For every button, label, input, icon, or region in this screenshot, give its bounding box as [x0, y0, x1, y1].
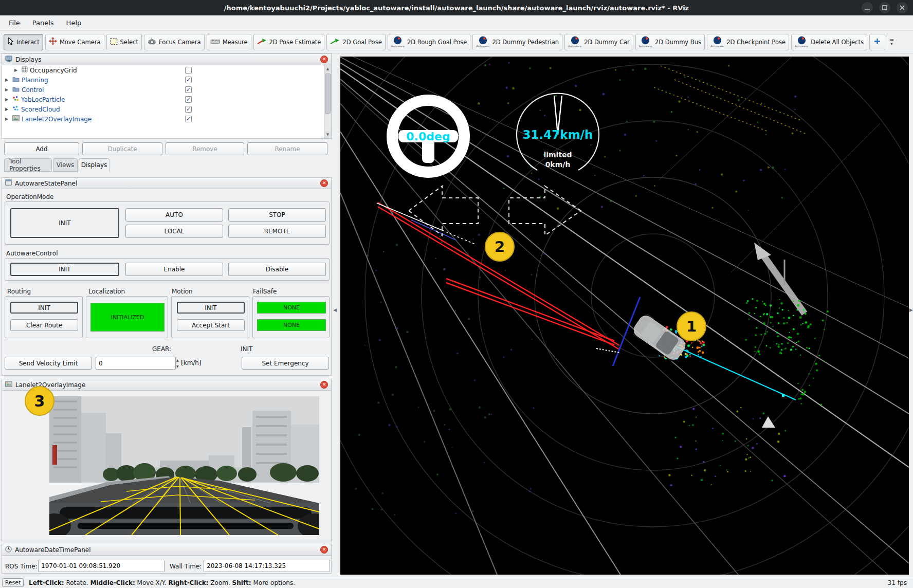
- menu-help[interactable]: Help: [61, 17, 87, 29]
- displays-close-icon[interactable]: ✕: [320, 56, 328, 63]
- spin-down-icon[interactable]: ▼: [176, 363, 179, 369]
- control-init-button[interactable]: INIT: [10, 263, 119, 276]
- panel-title: Lanelet2OverlayImage: [15, 381, 317, 389]
- expand-arrow-icon[interactable]: ▶: [5, 78, 10, 82]
- velocity-limit-input[interactable]: [96, 357, 176, 369]
- expand-arrow-icon[interactable]: ▶: [14, 68, 20, 72]
- spin-up-icon[interactable]: ▲: [176, 357, 179, 363]
- tool-label: 2D Rough Goal Pose: [407, 39, 467, 46]
- scrollbar-thumb[interactable]: [325, 74, 331, 114]
- toolbar-extender-button[interactable]: =▾: [887, 34, 896, 50]
- tool-focus-camera[interactable]: Focus Camera: [144, 34, 205, 50]
- focus-camera-icon: [148, 38, 156, 47]
- expand-arrow-icon[interactable]: ▶: [5, 87, 10, 92]
- tool-2d-rough-goal-pose[interactable]: Autoware 2D Rough Goal Pose: [388, 34, 471, 50]
- motion-init-button[interactable]: INIT: [177, 302, 245, 314]
- accept-start-button[interactable]: Accept Start: [177, 319, 245, 331]
- display-row-occupancygrid[interactable]: ▶ OccupancyGrid: [2, 65, 331, 75]
- tool-2d-dummy-pedestrian[interactable]: Autoware 2D Dummy Pedestrian: [472, 34, 562, 50]
- tool-move-camera[interactable]: Move Camera: [45, 34, 104, 50]
- datetime-panel-close-icon[interactable]: ✕: [320, 546, 328, 554]
- tab-tool-properties[interactable]: Tool Properties: [4, 158, 52, 172]
- expand-arrow-icon[interactable]: ▶: [5, 107, 10, 112]
- display-row-scoredcloud[interactable]: ▶ ScoredCloud: [2, 104, 331, 114]
- tool-2d-goal-pose[interactable]: 2D Goal Pose: [326, 34, 385, 50]
- set-emergency-button[interactable]: Set Emergency: [242, 357, 329, 370]
- tool-2d-dummy-car[interactable]: Autoware 2D Dummy Car: [564, 34, 633, 50]
- tool-2d-dummy-bus[interactable]: Autoware 2D Dummy Bus: [635, 34, 705, 50]
- display-row-control[interactable]: ▶ Control: [2, 85, 331, 95]
- display-checkbox[interactable]: [185, 86, 192, 93]
- velocity-limit-spinner[interactable]: ▲ ▼: [96, 357, 176, 370]
- expand-arrow-icon[interactable]: ▶: [5, 117, 10, 121]
- yellow-dashed-lines: [654, 66, 806, 134]
- disable-button[interactable]: Disable: [228, 263, 326, 276]
- localization-label: Localization: [88, 288, 125, 295]
- maximize-icon[interactable]: [879, 2, 890, 13]
- clear-route-button[interactable]: Clear Route: [10, 319, 78, 331]
- pose-arrow-icon: [257, 38, 267, 46]
- add-display-button[interactable]: Add: [4, 142, 79, 155]
- scroll-down-icon[interactable]: ▼: [324, 131, 331, 138]
- auto-button[interactable]: AUTO: [125, 208, 223, 222]
- panel-splitter-right-icon[interactable]: ▶: [909, 307, 913, 313]
- state-panel-header[interactable]: AutowareStatePanel ✕: [2, 178, 331, 189]
- rename-display-button[interactable]: Rename: [247, 142, 327, 155]
- reset-button[interactable]: Reset: [2, 578, 24, 587]
- send-velocity-limit-button[interactable]: Send Velocity Limit: [5, 357, 92, 370]
- 3d-viewport[interactable]: 0.0deg 31.47km/h limited 0km/h 1 2: [340, 57, 909, 575]
- display-row-planning[interactable]: ▶ Planning: [2, 75, 331, 85]
- display-checkbox[interactable]: [185, 106, 192, 113]
- autoware-logo-icon: Autoware: [568, 36, 581, 48]
- window-icon: [5, 179, 12, 187]
- motion-label: Motion: [172, 288, 193, 295]
- tree-scrollbar[interactable]: ▲ ▼: [324, 65, 331, 138]
- display-checkbox[interactable]: [185, 77, 192, 83]
- svg-text:1: 1: [686, 318, 697, 335]
- clock-icon: [5, 546, 12, 554]
- tool-select[interactable]: Select: [106, 34, 142, 50]
- tool-measure[interactable]: Measure: [207, 34, 251, 50]
- speed-value: 31.47km/h: [523, 128, 593, 141]
- display-checkbox[interactable]: [185, 116, 192, 122]
- rviz-window: /home/kentoyabuuchi2/Projects/yabloc_aut…: [0, 0, 913, 588]
- enable-button[interactable]: Enable: [125, 263, 223, 276]
- display-row-yablocparticle[interactable]: ▶ YabLocParticle: [2, 95, 331, 104]
- close-icon[interactable]: [897, 2, 908, 13]
- menu-panels[interactable]: Panels: [27, 17, 60, 29]
- duplicate-display-button[interactable]: Duplicate: [82, 142, 162, 155]
- autoware-logo-icon: Autoware: [391, 36, 405, 48]
- display-checkbox[interactable]: [185, 96, 192, 103]
- local-button[interactable]: LOCAL: [125, 225, 223, 238]
- select-box-icon: [110, 38, 118, 47]
- tool-2d-checkpoint-pose[interactable]: Autoware 2D Checkpoint Pose: [707, 34, 789, 50]
- operation-mode-init-button[interactable]: INIT: [10, 208, 119, 238]
- tool-label: 2D Goal Pose: [342, 39, 381, 46]
- remote-button[interactable]: REMOTE: [228, 225, 326, 238]
- tool-delete-all-objects[interactable]: Autoware Delete All Objects: [791, 34, 867, 50]
- add-tool-button[interactable]: [869, 34, 885, 50]
- tab-views[interactable]: Views: [53, 158, 78, 172]
- display-row-lanelet2overlayimage[interactable]: ▶ Lanelet2OverlayImage: [2, 114, 331, 124]
- tool-label: Focus Camera: [159, 39, 201, 46]
- state-panel-close-icon[interactable]: ✕: [320, 179, 328, 187]
- minimize-icon[interactable]: [862, 2, 873, 13]
- datetime-panel-header[interactable]: AutowareDateTimePanel ✕: [2, 544, 331, 556]
- routing-init-button[interactable]: INIT: [10, 302, 78, 314]
- tool-2d-pose-estimate[interactable]: 2D Pose Estimate: [253, 34, 325, 50]
- tab-displays[interactable]: Displays: [79, 158, 109, 172]
- menu-file[interactable]: File: [3, 17, 26, 29]
- panel-splitter-left-icon[interactable]: ◀: [333, 307, 337, 313]
- failsafe-label: FailSafe: [253, 288, 277, 295]
- tool-label: Measure: [223, 39, 248, 46]
- displays-panel-header[interactable]: Displays ✕: [2, 54, 331, 65]
- overlay-panel-header[interactable]: Lanelet2OverlayImage ✕: [2, 379, 331, 391]
- tool-interact[interactable]: Interact: [4, 34, 43, 50]
- stop-button[interactable]: STOP: [228, 208, 326, 222]
- wall-time-field[interactable]: [204, 560, 330, 572]
- scroll-up-icon[interactable]: ▲: [324, 65, 331, 72]
- ros-time-field[interactable]: [38, 560, 165, 572]
- display-checkbox[interactable]: [185, 67, 192, 74]
- overlay-panel-close-icon[interactable]: ✕: [320, 381, 328, 389]
- expand-arrow-icon[interactable]: ▶: [5, 97, 10, 102]
